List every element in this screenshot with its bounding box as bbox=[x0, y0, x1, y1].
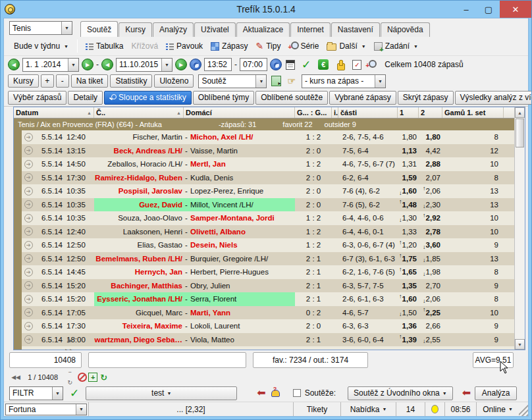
competition-select[interactable]: Soutěž ▼ bbox=[198, 74, 267, 88]
table-row[interactable]: ➔6.5.1410:35Pospisil, Jaroslav-Lopez-Per… bbox=[14, 184, 514, 198]
toolbar2-button-+[interactable]: + bbox=[41, 74, 54, 88]
filter-select[interactable]: FILTR ▼ bbox=[9, 386, 63, 400]
toolbar-button-série[interactable]: Série bbox=[284, 39, 323, 53]
column-header-cislo[interactable]: Č.. ▲ bbox=[94, 107, 184, 118]
souteze-checkbox[interactable] bbox=[293, 389, 301, 397]
toolbar-button-zadání[interactable]: Zadání▼ bbox=[370, 39, 422, 53]
chevron-down-icon[interactable]: ▼ bbox=[68, 59, 78, 71]
view-tab-detaily[interactable]: Detaily bbox=[68, 91, 103, 105]
bell-icon[interactable] bbox=[270, 388, 280, 398]
calendar-icon[interactable] bbox=[286, 60, 295, 70]
menu-tab-nápověda[interactable]: Nápověda bbox=[381, 22, 430, 37]
bookmaker-select[interactable]: Fortuna ▼ bbox=[5, 404, 87, 415]
time-from-clock-icon[interactable] bbox=[190, 59, 201, 70]
row-detail-cell[interactable]: ➔ bbox=[22, 292, 35, 306]
search-plus-icon[interactable] bbox=[366, 60, 375, 69]
open-match-icon[interactable]: ➔ bbox=[24, 173, 33, 182]
toolbar-button-pavouk[interactable]: Pavouk bbox=[162, 39, 207, 53]
close-button[interactable]: ✕ bbox=[500, 1, 531, 18]
analyza-left-arrow-icon[interactable]: ⬅ bbox=[462, 388, 471, 398]
open-match-icon[interactable]: ➔ bbox=[24, 187, 33, 196]
view-tab-výsledky-analýz-z-více-filtrů[interactable]: Výsledky analýz z více filtrů bbox=[455, 91, 532, 105]
open-match-icon[interactable]: ➔ bbox=[24, 214, 33, 223]
note-box[interactable] bbox=[88, 352, 246, 368]
toolbar2-button-statistiky[interactable]: Statistiky bbox=[110, 74, 152, 88]
maximize-button[interactable]: ▢ bbox=[477, 1, 500, 18]
view-tab-vybrané-zápasy[interactable]: Vybrané zápasy bbox=[329, 91, 396, 105]
navigator-button[interactable]: ▶ bbox=[63, 335, 76, 346]
time-to-clock-icon[interactable] bbox=[270, 59, 282, 70]
menu-tab-nastavení[interactable]: Nastavení bbox=[331, 22, 380, 37]
date-to-select[interactable]: 11.10.2015 ▼ bbox=[116, 58, 173, 72]
row-detail-cell[interactable]: ➔ bbox=[22, 211, 35, 225]
open-match-icon[interactable]: ➔ bbox=[24, 268, 33, 276]
table-row[interactable]: ➔6.5.1412:50Bemelmans, Ruben /LH/-Burqui… bbox=[14, 252, 514, 266]
column-header-casti[interactable]: části bbox=[338, 107, 398, 118]
view-tab-oblíbené-týmy[interactable]: Oblíbené týmy bbox=[193, 91, 254, 105]
tikety-button[interactable]: Tikety bbox=[294, 402, 341, 416]
cancel-icon[interactable] bbox=[78, 373, 87, 382]
add-icon[interactable]: + bbox=[88, 373, 97, 382]
toolbar-button-zápasy[interactable]: Zápasy bbox=[207, 39, 252, 53]
chevron-down-icon[interactable]: ▼ bbox=[76, 404, 86, 415]
toolbar2-button--[interactable]: - bbox=[56, 74, 69, 88]
navigator-button[interactable]: ◀◀ bbox=[9, 372, 22, 382]
pointing-hand-icon[interactable]: ☞ bbox=[287, 76, 296, 86]
menu-tab-kursy[interactable]: Kursy bbox=[119, 22, 152, 37]
open-match-icon[interactable]: ➔ bbox=[24, 160, 33, 169]
online-dropdown[interactable]: Online ▼ bbox=[477, 402, 519, 416]
menu-tab-internet[interactable]: Internet bbox=[290, 22, 331, 37]
minimize-button[interactable]: – bbox=[455, 1, 477, 18]
group-header-row[interactable]: Tenis / Aix en Provence (FRA) (€64) - An… bbox=[14, 118, 514, 130]
row-detail-cell[interactable]: ➔ bbox=[22, 279, 35, 293]
column-header-domaci[interactable]: Domácí bbox=[184, 107, 295, 118]
nabidka-dropdown[interactable]: Nabídka ▼ bbox=[341, 402, 396, 416]
row-detail-cell[interactable]: ➔ bbox=[22, 333, 35, 347]
toolbar2-button-kursy[interactable]: Kursy bbox=[8, 74, 39, 88]
time-to-input[interactable]: 07:00 bbox=[240, 58, 267, 71]
open-match-icon[interactable]: ➔ bbox=[24, 335, 33, 344]
competition-source-button[interactable]: Soutěž z Úvodního okna ▼ bbox=[348, 386, 453, 400]
menu-tab-aktualizace[interactable]: Aktualizace bbox=[236, 22, 290, 37]
date-from-select[interactable]: 1. 1 .2014 ▼ bbox=[22, 58, 79, 72]
table-row[interactable]: ➔5.5.1414:50Zeballos, Horacio /LH/-Mertl… bbox=[14, 157, 514, 171]
open-match-icon[interactable]: ➔ bbox=[24, 281, 33, 290]
open-match-icon[interactable]: ➔ bbox=[24, 200, 33, 209]
view-tab-skrýt-zápasy[interactable]: Skrýt zápasy bbox=[398, 91, 454, 105]
view-tab-sloupce-a-statistiky[interactable]: Sloupce a statistiky bbox=[104, 91, 192, 105]
date-from-next-button[interactable]: ▶ bbox=[82, 59, 93, 70]
open-match-icon[interactable]: ➔ bbox=[24, 295, 33, 303]
table-row[interactable]: ➔5.5.1417:30Ramirez-Hidalgo, Ruben-Kudla… bbox=[14, 171, 514, 185]
mode-dropdown-button[interactable]: Bude v týdnu ▼ bbox=[9, 39, 73, 53]
row-detail-cell[interactable]: ➔ bbox=[22, 171, 35, 185]
column-header-gamy[interactable]: Gamů 1. set bbox=[442, 107, 504, 118]
row-detail-cell[interactable]: ➔ bbox=[22, 225, 35, 239]
scrollbar-thumb[interactable] bbox=[516, 118, 524, 147]
chevron-down-icon[interactable]: ▼ bbox=[161, 59, 172, 71]
open-match-icon[interactable]: ➔ bbox=[24, 133, 33, 142]
menu-tab-soutěž[interactable]: Soutěž bbox=[80, 21, 118, 37]
open-match-icon[interactable]: ➔ bbox=[24, 322, 33, 330]
table-row[interactable]: ➔5.5.1413:15Beck, Andreas /LH/-Vaisse, M… bbox=[14, 144, 514, 158]
scroll-down-icon[interactable]: ▼ bbox=[515, 339, 525, 350]
column-header-score[interactable]: G... : G... bbox=[295, 107, 332, 118]
toolbar-button-tipy[interactable]: ✎Tipy bbox=[252, 39, 284, 53]
row-detail-cell[interactable]: ➔ bbox=[22, 144, 35, 158]
filter-preset-button[interactable]: test ▼ bbox=[86, 386, 237, 400]
table-row[interactable]: ➔6.5.1417:30Teixeira, Maxime-Lokoli, Lau… bbox=[14, 319, 514, 333]
filter-apply-check-icon[interactable]: ✓ bbox=[70, 386, 79, 400]
toolbar-button-tabulka[interactable]: Tabulka bbox=[82, 39, 127, 53]
table-row[interactable]: ➔6.5.1415:20Bachinger, Matthias-Obry, Ju… bbox=[14, 279, 514, 293]
row-detail-cell[interactable]: ➔ bbox=[22, 238, 35, 252]
menu-tab-uživatel[interactable]: Uživatel bbox=[194, 22, 236, 37]
column-header-odds2[interactable]: 2 bbox=[419, 107, 442, 118]
open-match-icon[interactable]: ➔ bbox=[24, 146, 33, 155]
column-header-i[interactable]: i... bbox=[332, 107, 338, 118]
row-detail-cell[interactable]: ➔ bbox=[22, 130, 35, 144]
toolbar2-button-uloženo[interactable]: Uloženo bbox=[154, 74, 194, 88]
chevron-down-icon[interactable]: ▼ bbox=[375, 75, 385, 88]
menu-tab-analýzy[interactable]: Analýzy bbox=[153, 22, 194, 37]
column-header-odds1[interactable]: 1 bbox=[398, 107, 419, 118]
table-row[interactable]: ➔5.5.1412:40Fischer, Martin-Michon, Axel… bbox=[14, 130, 514, 144]
thumbs-up-icon[interactable] bbox=[336, 60, 345, 70]
